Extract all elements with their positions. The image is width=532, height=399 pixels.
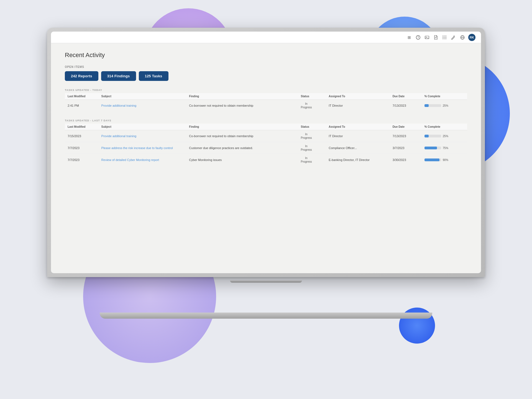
cell-due-date: 7/13/2023 <box>390 100 422 112</box>
cell-finding: Cyber Monitoring issues <box>186 154 298 166</box>
col-header-due-date: Due Date <box>390 93 422 100</box>
cell-subject[interactable]: Review of detailed Cyber Monitoring repo… <box>99 154 186 166</box>
progress-bar-fill <box>424 135 429 137</box>
svg-point-9 <box>443 35 443 36</box>
cell-finding: Co-borrower not required to obtain membe… <box>186 100 298 112</box>
col-header-due-date-7d: Due Date <box>390 124 422 130</box>
cell-status: InProgress <box>298 142 326 154</box>
tasks-today-table: Last Modified Subject Finding Status Ass… <box>65 93 467 111</box>
table-row: 7/7/2023 Please address the risk increas… <box>65 142 467 154</box>
main-content: Recent Activity OPEN ITEMS 242 Reports 3… <box>51 43 481 273</box>
col-header-status-7d: Status <box>298 124 326 130</box>
col-header-status: Status <box>298 93 326 100</box>
laptop-screen: ⊞ ? <box>51 32 481 273</box>
table-row: 2:41 PM Provide additional training Co-b… <box>65 100 467 112</box>
col-header-pct-complete-7d: % Complete <box>422 124 467 130</box>
svg-point-10 <box>443 37 443 37</box>
cell-last-modified: 7/7/2023 <box>65 142 99 154</box>
list-icon[interactable] <box>442 34 448 40</box>
progress-label: 25% <box>443 135 451 138</box>
cell-assigned: IT Director <box>326 100 390 112</box>
tasks-today-section: TASKS UPDATED - TODAY Last Modified Subj… <box>65 89 467 111</box>
cell-pct-complete: 25% <box>422 130 467 142</box>
col-header-finding: Finding <box>186 93 298 100</box>
cell-last-modified: 7/7/2023 <box>65 154 99 166</box>
col-header-assigned: Assigned To <box>326 93 390 100</box>
col-header-subject: Subject <box>99 93 186 100</box>
progress-bar-wrap: 75% <box>424 147 464 150</box>
progress-label: 90% <box>443 158 451 162</box>
col-header-pct-complete: % Complete <box>422 93 467 100</box>
progress-bar-bg <box>424 104 441 107</box>
progress-bar-fill <box>424 147 437 149</box>
col-header-last-modified-7d: Last Modified <box>65 124 99 130</box>
tasks-button[interactable]: 125 Tasks <box>139 71 168 81</box>
cell-subject[interactable]: Provide additional training <box>99 130 186 142</box>
svg-point-11 <box>443 38 443 39</box>
laptop-hinge <box>230 280 302 283</box>
cell-subject[interactable]: Please address the risk increase due to … <box>99 142 186 154</box>
open-items-label: OPEN ITEMS <box>65 65 467 68</box>
user-avatar[interactable]: RK <box>468 34 475 41</box>
laptop-wrapper: ⊞ ? <box>47 28 485 319</box>
progress-bar-wrap: 25% <box>424 135 464 138</box>
col-header-assigned-7d: Assigned To <box>326 124 390 130</box>
cell-pct-complete: 75% <box>422 142 467 154</box>
progress-bar-bg <box>424 158 441 161</box>
cell-finding: Co-borrower not required to obtain membe… <box>186 130 298 142</box>
page-title: Recent Activity <box>65 52 467 59</box>
progress-label: 25% <box>443 104 451 107</box>
cell-subject[interactable]: Provide additional training <box>99 100 186 112</box>
cell-status: InProgress <box>298 130 326 142</box>
laptop-base <box>100 313 432 319</box>
cell-status: InProgress <box>298 154 326 166</box>
image-icon[interactable] <box>424 34 430 40</box>
progress-bar-fill <box>424 158 439 161</box>
progress-label: 75% <box>443 147 451 150</box>
tasks-7days-header-row: Last Modified Subject Finding Status Ass… <box>65 124 467 130</box>
cell-due-date: 3/30/2023 <box>390 154 422 166</box>
cell-finding: Customer due diligence practices are out… <box>186 142 298 154</box>
cell-status: InProgress <box>298 100 326 112</box>
progress-bar-bg <box>424 135 441 137</box>
tasks-today-label: TASKS UPDATED - TODAY <box>65 89 467 91</box>
screen-content: ⊞ ? <box>51 32 481 273</box>
tasks-7days-section: TASKS UPDATED - LAST 7 DAYS Last Modifie… <box>65 119 467 166</box>
cell-assigned: Compliance Officer... <box>326 142 390 154</box>
laptop-bezel: ⊞ ? <box>47 28 485 277</box>
table-row: 7/15/2023 Provide additional training Co… <box>65 130 467 142</box>
cell-due-date: 3/7/2023 <box>390 142 422 154</box>
progress-bar-wrap: 90% <box>424 158 464 162</box>
cell-assigned: IT Director <box>326 130 390 142</box>
col-header-last-modified: Last Modified <box>65 93 99 100</box>
cell-last-modified: 7/15/2023 <box>65 130 99 142</box>
open-items-section: OPEN ITEMS 242 Reports 314 Findings 125 … <box>65 65 467 81</box>
progress-bar-wrap: 25% <box>424 104 464 107</box>
open-items-buttons-row: 242 Reports 314 Findings 125 Tasks <box>65 71 467 81</box>
col-header-subject-7d: Subject <box>99 124 186 130</box>
cell-last-modified: 2:41 PM <box>65 100 99 112</box>
help-icon[interactable]: ? <box>415 34 421 40</box>
cell-pct-complete: 25% <box>422 100 467 112</box>
document-icon[interactable] <box>433 34 439 40</box>
tasks-7days-label: TASKS UPDATED - LAST 7 DAYS <box>65 119 467 122</box>
grid-icon[interactable]: ⊞ <box>406 34 412 40</box>
svg-text:?: ? <box>417 36 419 39</box>
findings-button[interactable]: 314 Findings <box>101 71 136 81</box>
progress-bar-fill <box>424 104 429 107</box>
cell-pct-complete: 90% <box>422 154 467 166</box>
tasks-7days-table: Last Modified Subject Finding Status Ass… <box>65 124 467 166</box>
tools-icon[interactable] <box>451 34 457 40</box>
cell-due-date: 7/13/2023 <box>390 130 422 142</box>
top-navigation: ⊞ ? <box>51 32 481 43</box>
globe-icon[interactable] <box>459 34 466 40</box>
col-header-finding-7d: Finding <box>186 124 298 130</box>
table-row: 7/7/2023 Review of detailed Cyber Monito… <box>65 154 467 166</box>
laptop-body: ⊞ ? <box>47 28 485 288</box>
reports-button[interactable]: 242 Reports <box>65 71 98 81</box>
cell-assigned: E-banking Director, IT Director <box>326 154 390 166</box>
tasks-today-header-row: Last Modified Subject Finding Status Ass… <box>65 93 467 100</box>
progress-bar-bg <box>424 147 441 149</box>
